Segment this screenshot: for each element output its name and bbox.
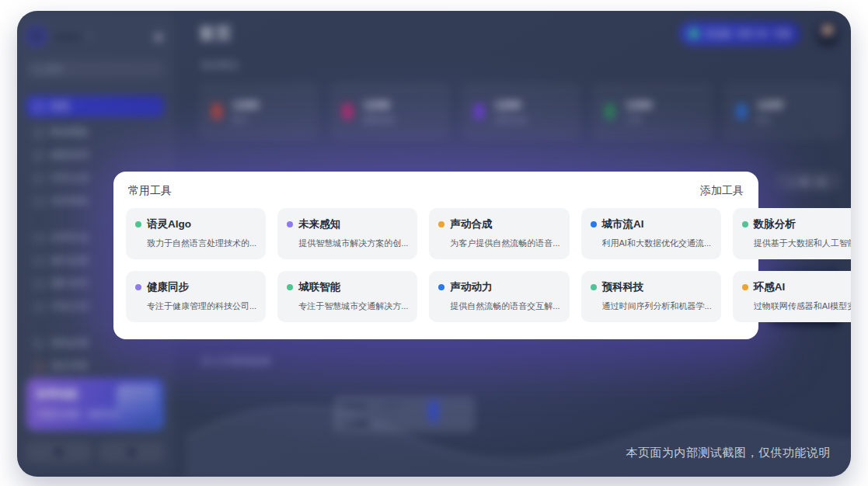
modal-header: 常用工具 添加工具	[113, 172, 758, 208]
tool-status-dot-icon	[591, 221, 597, 227]
tool-name: 未来感知	[298, 217, 340, 231]
tool-card-chengshiliu-ai[interactable]: 城市流AI 利用AI和大数据优化交通流...	[581, 208, 721, 259]
tool-status-dot-icon	[287, 221, 293, 227]
tool-card-jiankang-tongbu[interactable]: 健康同步 专注于健康管理的科技公司...	[126, 271, 266, 322]
app-window: A AIdea ▾ ◧ 搜索 首页 数据看板	[17, 11, 851, 477]
modal-title: 常用工具	[128, 184, 172, 198]
watermark-caption: 本页面为内部测试截图，仅供功能说明	[626, 446, 831, 460]
tool-name: 语灵Algo	[147, 217, 191, 231]
tool-name: 城市流AI	[602, 217, 644, 231]
tool-card-shengdong-hecheng[interactable]: 声动合成 为客户提供自然流畅的语音...	[429, 208, 569, 259]
tool-description: 利用AI和大数据优化交通流...	[602, 238, 712, 249]
tool-status-dot-icon	[742, 221, 748, 227]
add-tool-button[interactable]: 添加工具	[700, 184, 744, 198]
tool-name: 声动合成	[450, 217, 492, 231]
tool-description: 通过时间序列分析和机器学...	[602, 300, 712, 312]
tool-description: 提供自然流畅的语音交互解...	[450, 300, 559, 312]
tool-status-dot-icon	[135, 221, 141, 227]
tool-description: 过物联网传感器和AI模型实...	[754, 300, 851, 312]
tool-card-yuke-keji[interactable]: 预科科技 通过时间序列分析和机器学...	[581, 271, 721, 322]
tool-status-dot-icon	[438, 221, 444, 227]
tool-description: 提供基于大数据和人工智能...	[754, 238, 851, 249]
tool-status-dot-icon	[591, 284, 597, 290]
tool-status-dot-icon	[742, 284, 748, 290]
tool-status-dot-icon	[438, 284, 444, 290]
tool-name: 环感AI	[754, 280, 786, 294]
tool-grid: 语灵Algo 致力于自然语言处理技术的... 未来感知 提供智慧城市解决方案的创…	[113, 208, 758, 336]
tool-card-shengdong-dongli[interactable]: 声动动力 提供自然流畅的语音交互解...	[429, 271, 569, 322]
tool-card-weilai-ganzhi[interactable]: 未来感知 提供智慧城市解决方案的创...	[277, 208, 417, 259]
tool-card-huangan-ai[interactable]: 环感AI 过物联网传感器和AI模型实...	[733, 271, 851, 322]
tool-name: 健康同步	[147, 280, 189, 294]
tool-description: 专注于健康管理的科技公司...	[147, 300, 256, 312]
tool-name: 城联智能	[298, 280, 340, 294]
tool-description: 专注于智慧城市交通解决方...	[298, 300, 408, 312]
tool-card-chenglian-zhineng[interactable]: 城联智能 专注于智慧城市交通解决方...	[277, 271, 417, 322]
tool-name: 声动动力	[450, 280, 492, 294]
tool-card-shumai-fenxi[interactable]: 数脉分析 提供基于大数据和人工智能...	[733, 208, 851, 259]
tool-name: 数脉分析	[754, 217, 796, 231]
tool-description: 为客户提供自然流畅的语音...	[450, 238, 559, 249]
tool-status-dot-icon	[135, 284, 141, 290]
tool-description: 提供智慧城市解决方案的创...	[298, 238, 408, 249]
common-tools-modal: 常用工具 添加工具 语灵Algo 致力于自然语言处理技术的... 未来感知 提供…	[113, 172, 758, 339]
tool-card-yuling-algo[interactable]: 语灵Algo 致力于自然语言处理技术的...	[126, 208, 266, 259]
tool-name: 预科科技	[602, 280, 644, 294]
tool-status-dot-icon	[287, 284, 293, 290]
screen: A AIdea ▾ ◧ 搜索 首页 数据看板	[0, 0, 868, 486]
tool-description: 致力于自然语言处理技术的...	[147, 238, 256, 249]
